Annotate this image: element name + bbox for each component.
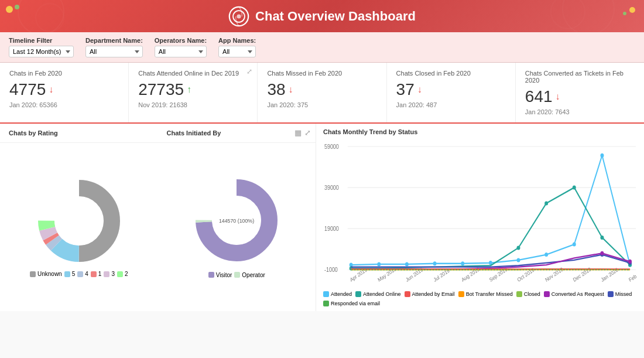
- operators-select[interactable]: All: [155, 46, 207, 57]
- header-title: Chat Overview Dashboard: [228, 6, 416, 27]
- trend-legend: Attended Attended Online Attended by Ema…: [323, 289, 637, 306]
- legend-dot-attended-email: [405, 291, 410, 297]
- legend-2: 2: [117, 271, 128, 277]
- apps-label: App Names:: [218, 37, 256, 44]
- legend-color-operator: [234, 272, 240, 278]
- legend-attended-email: Attended by Email: [405, 291, 455, 297]
- svg-point-41: [573, 243, 576, 247]
- kpi-value-2: 38 ↓: [267, 80, 376, 99]
- svg-text:-1000: -1000: [324, 266, 338, 273]
- timeline-label: Timeline Filter: [9, 37, 74, 44]
- svg-point-34: [377, 262, 381, 266]
- kpi-value-0: 4775 ↓: [9, 80, 119, 99]
- svg-point-35: [405, 262, 409, 266]
- legend-converted: Converted As Request: [544, 291, 604, 297]
- initiated-chart-title: Chats Initiated By: [158, 127, 316, 139]
- legend-color-2: [117, 271, 123, 277]
- legend-attended: Attended: [323, 291, 352, 297]
- kpi-prev-2: Jan 2020: 375: [267, 101, 376, 108]
- operators-filter: Operators Name: All: [155, 37, 207, 57]
- kpi-title-2: Chats Missed in Feb 2020: [267, 70, 376, 77]
- rating-legend: Unknown 5 4 1: [24, 268, 134, 280]
- svg-point-48: [600, 236, 604, 240]
- timeline-filter: Timeline Filter Last 12 Month(s): [9, 37, 74, 57]
- initiated-donut-chart: 144570 (100%): [190, 173, 283, 267]
- svg-point-53: [628, 260, 632, 264]
- legend-5: 5: [64, 271, 76, 277]
- svg-point-37: [461, 261, 464, 265]
- legend-1: 1: [91, 271, 102, 277]
- legend-color-unknown: [30, 271, 36, 277]
- kpi-row: Chats in Feb 2020 4775 ↓ Jan 2020: 65366…: [0, 63, 644, 124]
- rating-chart-title: Chats by Rating: [0, 127, 158, 139]
- trend-chart-svg: 59000 39000 19000 -1000 Apr 2019 May 201…: [323, 138, 637, 289]
- kpi-prev-1: Nov 2019: 21638: [138, 101, 248, 108]
- svg-point-36: [433, 261, 437, 265]
- svg-point-46: [544, 201, 548, 205]
- timeline-select[interactable]: Last 12 Month(s): [9, 46, 74, 57]
- legend-dot-converted: [544, 291, 550, 297]
- legend-dot-missed: [608, 291, 614, 297]
- department-select[interactable]: All: [85, 46, 143, 57]
- rating-donut-section: Unknown 5 4 1: [0, 143, 158, 311]
- legend-bot-transfer: Bot Transfer Missed: [458, 291, 513, 297]
- svg-point-39: [517, 258, 520, 262]
- legend-unknown: Unknown: [30, 271, 62, 277]
- legend-attended-online: Attended Online: [355, 291, 401, 297]
- kpi-card-chats-feb: Chats in Feb 2020 4775 ↓ Jan 2020: 65366: [0, 63, 129, 122]
- expand-icon[interactable]: ⤢: [246, 67, 252, 76]
- department-filter: Department Name: All: [85, 37, 143, 57]
- legend-color-4: [77, 271, 83, 277]
- legend-color-3: [104, 271, 109, 277]
- header: Chat Overview Dashboard: [0, 0, 644, 32]
- svg-point-47: [573, 186, 576, 190]
- bar-chart-icon[interactable]: ▦: [294, 128, 302, 137]
- left-charts-header: Chats by Rating Chats Initiated By ▦ ⤢: [0, 124, 316, 143]
- legend-missed: Missed: [608, 291, 632, 297]
- kpi-card-missed: Chats Missed in Feb 2020 38 ↓ Jan 2020: …: [258, 63, 386, 122]
- trend-arrow-3: ↓: [417, 84, 422, 95]
- kpi-title-0: Chats in Feb 2020: [9, 70, 119, 77]
- initiated-legend: Visitor Operator: [203, 269, 271, 281]
- apps-select[interactable]: All: [218, 46, 256, 57]
- legend-dot-bot-transfer: [458, 291, 464, 297]
- svg-text:Nov 2019: Nov 2019: [544, 266, 564, 283]
- svg-point-40: [544, 253, 548, 257]
- filters-bar: Timeline Filter Last 12 Month(s) Departm…: [0, 32, 644, 63]
- kpi-value-4: 641 ↓: [525, 87, 635, 106]
- legend-responded-email: Responded via email: [323, 301, 380, 306]
- trend-arrow-4: ↓: [556, 91, 560, 102]
- chart-icon-group: ▦ ⤢: [294, 128, 311, 137]
- legend-color-visitor: [208, 272, 214, 278]
- legend-4: 4: [77, 271, 88, 277]
- svg-point-45: [517, 246, 520, 250]
- svg-text:19000: 19000: [324, 225, 339, 232]
- legend-color-1: [91, 271, 97, 277]
- legend-color-5: [64, 271, 70, 277]
- legend-visitor: Visitor: [208, 272, 232, 278]
- svg-point-52: [600, 251, 604, 255]
- trend-arrow-0: ↓: [49, 84, 53, 95]
- svg-text:Dec 2019: Dec 2019: [572, 266, 592, 283]
- svg-point-42: [600, 154, 604, 158]
- kpi-card-closed: Chats Closed in Feb 2020 37 ↓ Jan 2020: …: [387, 63, 516, 122]
- expand-chart-icon[interactable]: ⤢: [304, 128, 311, 137]
- trend-arrow-1: ↑: [187, 84, 191, 95]
- initiated-donut-section: 144570 (100%) Visitor Operator: [158, 143, 316, 311]
- legend-operator: Operator: [234, 272, 265, 278]
- department-label: Department Name:: [85, 37, 143, 44]
- kpi-title-3: Chats Closed in Feb 2020: [396, 70, 506, 77]
- trend-chart-panel: Chats Monthly Trend by Status 59000 3900…: [316, 124, 644, 311]
- left-charts: Chats by Rating Chats Initiated By ▦ ⤢: [0, 124, 316, 311]
- trend-arrow-2: ↓: [289, 84, 293, 95]
- kpi-prev-3: Jan 2020: 487: [396, 101, 506, 108]
- kpi-card-tickets: Chats Converted as Tickets in Feb 2020 6…: [516, 63, 644, 122]
- chat-icon: [228, 6, 249, 27]
- legend-dot-closed: [516, 291, 522, 297]
- rating-donut-chart: [32, 174, 126, 268]
- kpi-prev-0: Jan 2020: 65366: [9, 101, 119, 108]
- svg-text:39000: 39000: [324, 184, 339, 191]
- kpi-prev-4: Jan 2020: 7643: [525, 108, 635, 115]
- kpi-title-1: Chats Attended Online in Dec 2019: [138, 70, 248, 77]
- legend-dot-attended-online: [355, 291, 361, 297]
